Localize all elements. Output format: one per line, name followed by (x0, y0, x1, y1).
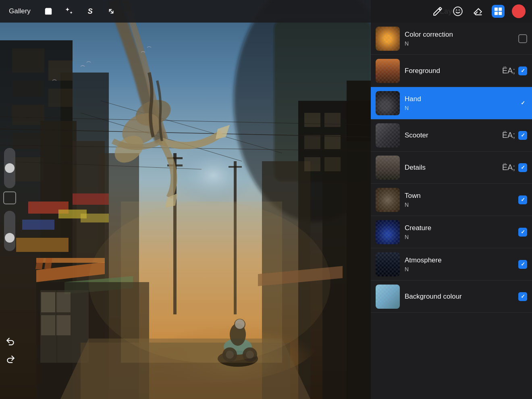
layer-name-creature: Creature (405, 224, 513, 232)
brush-button[interactable] (431, 5, 444, 18)
layer-item-background-colour[interactable]: Background colour (371, 281, 532, 313)
svg-rect-8 (12, 105, 44, 125)
layer-visibility-details[interactable] (518, 163, 527, 172)
svg-rect-55 (229, 166, 242, 168)
layer-right-background-colour (518, 292, 527, 301)
svg-rect-9 (12, 133, 44, 149)
layer-name-details: Details (405, 164, 497, 172)
svg-rect-7 (12, 81, 44, 97)
svg-rect-40 (304, 135, 320, 149)
layer-visibility-town[interactable] (518, 195, 527, 204)
left-tools (3, 148, 16, 251)
layer-visibility-color-correction[interactable] (518, 34, 527, 43)
svg-rect-11 (48, 60, 73, 81)
layer-info-hand: HandN (405, 95, 513, 111)
layer-right-atmosphere (518, 260, 527, 269)
layer-item-scooter[interactable]: ScooterËA; (371, 119, 532, 152)
layer-item-details[interactable]: DetailsËA; (371, 152, 532, 184)
canvas-background (0, 0, 371, 399)
layer-visibility-atmosphere[interactable] (518, 260, 527, 269)
svg-rect-27 (56, 315, 71, 335)
undo-redo-area (3, 335, 18, 367)
layer-item-town[interactable]: TownN (371, 184, 532, 216)
smudge-button[interactable] (451, 5, 464, 18)
svg-rect-42 (304, 157, 320, 171)
redo-button[interactable] (3, 352, 18, 367)
layer-info-atmosphere: AtmosphereN (405, 256, 513, 272)
svg-rect-78 (499, 12, 502, 15)
layer-name-town: Town (405, 192, 513, 200)
layer-chevron-icon-details[interactable]: ËA; (502, 163, 515, 172)
layer-info-creature: CreatureN (405, 224, 513, 240)
svg-rect-32 (73, 193, 109, 205)
layer-name-background-colour: Background colour (405, 293, 513, 301)
layer-thumb-background-colour (376, 285, 400, 309)
svg-rect-41 (324, 135, 341, 149)
layer-item-hand[interactable]: HandN (371, 87, 532, 119)
layer-item-color-correction[interactable]: Color correctionN (371, 23, 532, 55)
layer-info-scooter: Scooter (405, 131, 497, 139)
svg-rect-76 (499, 8, 502, 11)
layer-thumb-creature (376, 220, 400, 244)
brush-size-slider[interactable] (4, 148, 15, 188)
svg-rect-29 (22, 220, 54, 230)
wrench-button[interactable] (41, 4, 56, 19)
gallery-button[interactable]: Gallery (5, 5, 35, 18)
layer-visibility-scooter[interactable] (518, 131, 527, 140)
layer-thumb-atmosphere (376, 252, 400, 276)
eraser-button[interactable] (472, 5, 484, 18)
svg-rect-75 (495, 8, 498, 11)
layer-info-foreground: Foreground (405, 67, 497, 75)
layer-thumb-foreground (376, 59, 400, 83)
layer-visibility-hand[interactable] (518, 99, 527, 108)
svg-rect-10 (12, 157, 44, 181)
layer-name-scooter: Scooter (405, 131, 497, 139)
svg-rect-43 (324, 157, 341, 171)
layer-visibility-foreground[interactable] (518, 66, 527, 75)
layer-chevron-icon-scooter[interactable]: ËA; (502, 131, 515, 140)
layer-info-details: Details (405, 164, 497, 172)
layers-panel: Layers + Color correctionNForegroundËA;H… (371, 0, 532, 399)
layers-button[interactable] (492, 5, 505, 18)
layer-mode-town: N (405, 202, 513, 208)
layer-info-color-correction: Color correctionN (405, 31, 513, 47)
svg-point-74 (89, 202, 330, 363)
layer-right-foreground: ËA; (502, 66, 527, 75)
svg-rect-6 (12, 48, 44, 73)
svg-rect-31 (16, 238, 69, 252)
svg-rect-12 (48, 89, 73, 107)
layer-thumb-scooter (376, 123, 400, 148)
selection-button[interactable]: S (83, 4, 98, 19)
layer-item-creature[interactable]: CreatureN (371, 216, 532, 248)
layers-list[interactable]: Color correctionNForegroundËA;HandNScoot… (371, 23, 532, 399)
canvas-area[interactable] (0, 0, 371, 399)
svg-rect-26 (41, 315, 55, 335)
layer-item-atmosphere[interactable]: AtmosphereN (371, 248, 532, 281)
transform-button[interactable] (104, 4, 118, 19)
layer-name-foreground: Foreground (405, 67, 497, 75)
layer-right-creature (518, 228, 527, 237)
layer-thumb-hand (376, 91, 400, 115)
layer-right-town (518, 195, 527, 204)
opacity-slider[interactable] (4, 211, 15, 251)
square-selection-button[interactable] (3, 191, 16, 204)
layer-right-hand (518, 99, 527, 108)
layer-visibility-background-colour[interactable] (518, 292, 527, 301)
layer-thumb-town (376, 188, 400, 212)
layer-item-foreground[interactable]: ForegroundËA; (371, 55, 532, 87)
svg-rect-39 (324, 113, 341, 127)
right-toolbar (371, 0, 532, 23)
layer-info-town: TownN (405, 192, 513, 208)
layer-visibility-creature[interactable] (518, 228, 527, 237)
adjustments-button[interactable] (62, 4, 77, 19)
undo-button[interactable] (3, 335, 18, 349)
layer-thumb-color-correction (376, 27, 400, 51)
color-picker-dot[interactable] (512, 4, 526, 18)
svg-rect-77 (495, 12, 498, 15)
layer-info-background-colour: Background colour (405, 293, 513, 301)
layer-name-hand: Hand (405, 95, 513, 103)
svg-rect-38 (304, 113, 320, 127)
layer-thumb-details (376, 156, 400, 180)
layer-chevron-icon-foreground[interactable]: ËA; (502, 66, 515, 75)
layer-name-color-correction: Color correction (405, 31, 513, 39)
